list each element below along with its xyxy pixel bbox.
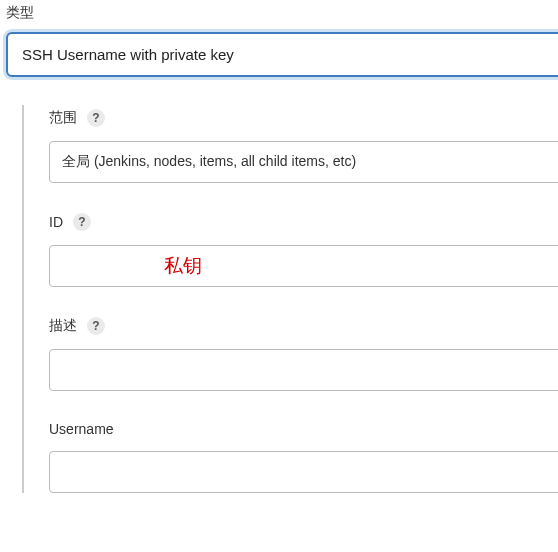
credential-type-select[interactable]: SSH Username with private key	[6, 32, 558, 77]
username-input[interactable]	[49, 451, 558, 493]
id-label: ID	[49, 214, 63, 230]
id-input[interactable]	[49, 245, 558, 287]
username-label: Username	[49, 421, 114, 437]
type-label: 类型	[6, 4, 558, 22]
description-help-icon[interactable]: ?	[87, 317, 105, 335]
description-input[interactable]	[49, 349, 558, 391]
scope-label: 范围	[49, 109, 77, 127]
scope-select[interactable]: 全局 (Jenkins, nodes, items, all child ite…	[49, 141, 558, 183]
credential-type-selected: SSH Username with private key	[22, 46, 234, 63]
id-help-icon[interactable]: ?	[73, 213, 91, 231]
scope-help-icon[interactable]: ?	[87, 109, 105, 127]
scope-selected: 全局 (Jenkins, nodes, items, all child ite…	[62, 153, 356, 169]
description-label: 描述	[49, 317, 77, 335]
